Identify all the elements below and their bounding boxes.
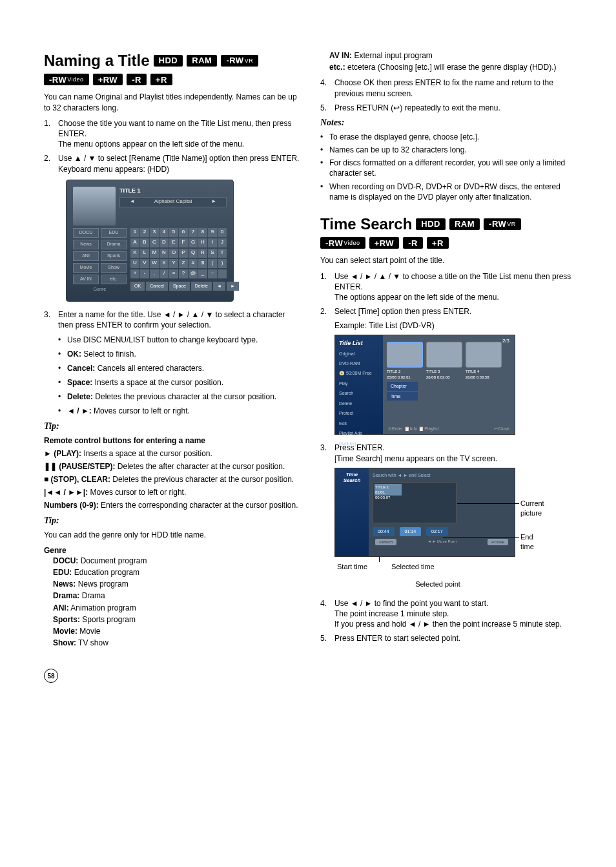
- badge-hdd: HDD: [154, 55, 183, 67]
- label-selected-point: Selected point: [360, 580, 515, 589]
- badge-row-2: -RWVideo +RW -R +R: [44, 74, 302, 85]
- step-1: 1. Choose the title you want to name on …: [44, 118, 302, 150]
- heading-text: Time Search: [320, 214, 412, 235]
- badge-rwvr: -RWVR: [484, 218, 521, 230]
- b-cancel: •Cancel: Cancels all entered characters.: [58, 363, 302, 373]
- badge-rwvideo: -RWVideo: [320, 237, 365, 249]
- keyboard-screenshot: TITLE 1 ◄ Alphabet Capital ► DOCUEDU New…: [66, 180, 234, 302]
- label-selected-time: Selected time: [391, 562, 435, 572]
- right-column: AV IN: External input program etc.: etce…: [320, 50, 579, 649]
- intro-text: You can name Original and Playlist title…: [44, 92, 302, 112]
- badge-minusr: -R: [403, 237, 423, 249]
- badge-plusr: +R: [150, 74, 172, 85]
- label-start-time: Start time: [337, 562, 367, 572]
- b-discmenu: •Use DISC MENU/LIST button to change key…: [58, 335, 302, 345]
- badge-ram: RAM: [187, 55, 217, 67]
- ts-step-2: 2. Select [Time] option then press ENTER…: [320, 306, 579, 317]
- badge-hdd: HDD: [416, 218, 446, 230]
- badge-plusrw: +RW: [369, 237, 400, 249]
- kb-genre-categories: DOCUEDU NewsDrama ANISports MovieShow AV…: [73, 228, 127, 292]
- kb-keys: 1234567890 ABCDEFGHIJ KLMNOPQRST UVWXYZ#…: [130, 228, 239, 292]
- tip-1-label: Tip:: [44, 421, 302, 433]
- badge-rwvr: -RWVR: [221, 55, 258, 67]
- genre-heading: Genre: [44, 545, 302, 556]
- genre-list: DOCU: Document program EDU: Education pr…: [53, 556, 302, 649]
- step-4: 4. Choose OK then press ENTER to fix the…: [320, 78, 579, 98]
- time-search-screenshot: Time Search Search with ◄ ► and Select T…: [334, 468, 515, 589]
- rc-play: ► (PLAY): Inserts a space at the cursor …: [44, 448, 302, 459]
- badge-rwvideo: -RWVideo: [44, 74, 89, 85]
- step-2: 2. Use ▲ / ▼ to select [Rename (Title Na…: [44, 153, 302, 174]
- title-list-screenshot: Title List Original DVD-RAM 📀 50:00M Fre…: [334, 335, 515, 435]
- page-number: 58: [44, 669, 579, 683]
- tip-2-label: Tip:: [44, 515, 302, 527]
- time-search-heading: Time Search HDD RAM -RWVR: [320, 214, 579, 235]
- kb-title: TITLE 1: [119, 187, 227, 194]
- callout-end-time: End time: [520, 532, 534, 552]
- badge-plusr: +R: [427, 237, 449, 249]
- b-delete: •Delete: Deletes the previous character …: [58, 392, 302, 402]
- left-column: Naming a Title HDD RAM -RWVR -RWVideo +R…: [44, 50, 302, 649]
- ts-step-2b: Example: Title List (DVD-VR): [334, 320, 579, 331]
- tip-1-heading: Remote control buttons for entering a na…: [44, 435, 302, 446]
- naming-title-heading: Naming a Title HDD RAM -RWVR: [44, 50, 302, 71]
- genre-list-continued: AV IN: External input program etc.: etce…: [329, 50, 579, 72]
- b-leftright: •◄ / ►: Moves cursor to left or right.: [58, 406, 302, 416]
- rc-pause: ❚❚ (PAUSE/STEP): Deletes the after chara…: [44, 461, 302, 472]
- b-ok: •OK: Select to finish.: [58, 349, 302, 359]
- ts-step-4: 4. Use ◄ / ► to find the point you want …: [320, 598, 579, 630]
- rc-stop: ■ (STOP), CLEAR: Deletes the previous ch…: [44, 474, 302, 485]
- badge-row-2b: -RWVideo +RW -R +R: [320, 237, 579, 249]
- ts-step-1: 1. Use ◄ / ► / ▲ / ▼ to choose a title o…: [320, 271, 579, 303]
- ts-step-5: 5. Press ENTER to start selected point.: [320, 633, 579, 643]
- callout-current-picture: Current picture: [520, 499, 544, 518]
- kb-preview-thumb: [73, 187, 116, 225]
- kb-mode-selector: ◄ Alphabet Capital ►: [119, 197, 227, 207]
- step-3: 3. Enter a name for the title. Use ◄ / ►…: [44, 309, 302, 330]
- tip-2-body: You can add the genre only for HDD title…: [44, 530, 302, 540]
- notes-label: Notes:: [320, 117, 579, 129]
- step-5: 5. Press RETURN (↩) repeatedly to exit t…: [320, 103, 579, 113]
- rc-skip: |◄◄ / ►►|: Moves cursor to left or right…: [44, 487, 302, 497]
- notes-list: •To erase the displayed genre, choose [e…: [320, 132, 579, 202]
- heading-text: Naming a Title: [44, 50, 150, 71]
- badge-plusrw: +RW: [93, 74, 123, 85]
- rc-numbers: Numbers (0-9): Enters the corresponding …: [44, 500, 302, 510]
- badge-minusr: -R: [127, 74, 147, 85]
- b-space: •Space: Inserts a space at the cursor po…: [58, 377, 302, 388]
- ts-intro: You can select start point of the title.: [320, 255, 579, 266]
- badge-ram: RAM: [449, 218, 480, 230]
